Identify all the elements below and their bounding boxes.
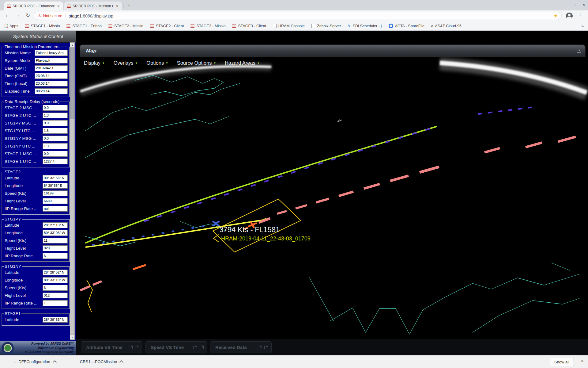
section-legend: Data Receipt Delay (seconds) xyxy=(4,99,60,104)
bookmark-item-stage2-missio[interactable]: STAGE2 - Missio xyxy=(108,24,143,28)
field-value[interactable]: 1.3 xyxy=(43,143,68,149)
field-label: STAGE 1 UTC ... xyxy=(5,159,43,164)
field-value[interactable]: 28° 27' 13" N xyxy=(43,222,68,228)
bookmark-item-sdi-scheduler[interactable]: ✎SDI Scheduler - | xyxy=(348,24,382,28)
bookmark-item-acta-sharefile[interactable]: ACTA - ShareFile xyxy=(389,24,424,28)
download-item-crs1-pocmission[interactable]: CRS1....POCMission xyxy=(80,359,123,364)
bottom-panel-strip: Altitude VS TimeSpeed VS TimeReceived Da… xyxy=(76,339,588,355)
chevron-up-icon[interactable] xyxy=(119,360,123,364)
menu-source-options[interactable]: Source Options▾ xyxy=(177,60,216,66)
tab-enhanced-display[interactable]: SPIDER POC - Enhanced Sp × xyxy=(4,2,63,10)
bookmark-item-zabbix-server[interactable]: Zabbix-Server xyxy=(311,24,341,28)
field-value[interactable]: 8° 39' 58" E xyxy=(43,183,68,189)
field-value[interactable]: 16199 xyxy=(43,190,68,196)
field-value[interactable]: null xyxy=(43,206,68,212)
spider-icon xyxy=(66,24,70,28)
field-row-speed-kts: Speed (Kts)11 xyxy=(4,237,68,244)
menu-overlays[interactable]: Overlays▾ xyxy=(114,60,138,66)
panel-received-data[interactable]: Received Data xyxy=(210,341,272,353)
field-value[interactable]: 6639 xyxy=(43,198,68,204)
chevron-up-icon[interactable] xyxy=(53,360,57,364)
field-value[interactable]: 28° 39' 33" N xyxy=(43,317,68,323)
stg1ny-x-marker[interactable] xyxy=(213,221,219,226)
field-value[interactable]: 00° 32' 56" N xyxy=(43,175,68,181)
popout-icon[interactable] xyxy=(193,346,197,349)
field-value[interactable]: 80° 33' 03" W xyxy=(43,230,68,236)
field-value[interactable]: 1.3 xyxy=(43,128,68,134)
download-item-dfeconfiguration[interactable]: ....DFEConfiguration xyxy=(14,359,56,364)
field-value[interactable]: Falcon Heavy Ara xyxy=(35,50,68,56)
field-value[interactable]: 028 xyxy=(43,245,68,251)
scroll-up-icon[interactable]: ▲ xyxy=(70,42,75,48)
profile-avatar-icon[interactable] xyxy=(566,13,573,19)
bookmark-item-stage3-client[interactable]: STAGE3 - Client xyxy=(232,24,266,28)
panel-label: Received Data xyxy=(215,345,255,350)
field-row-longitude: Longitude80° 33' 19" W xyxy=(4,276,68,284)
address-bar[interactable]: ⚠ Not secure stage1 :8080/display.jsp ★ xyxy=(34,12,562,20)
scroll-down-icon[interactable]: ▼ xyxy=(70,335,75,340)
menu-hazard-areas[interactable]: Hazard Areas▾ xyxy=(225,60,259,66)
field-value[interactable]: 80° 33' 19" W xyxy=(43,277,68,283)
bookmark-item-stage3-missio[interactable]: STAGE3 - Missio xyxy=(190,24,225,28)
bookmark-item-apps[interactable]: Apps xyxy=(4,24,18,28)
downloads-close-icon[interactable]: × xyxy=(581,358,584,364)
spider-icon xyxy=(25,24,29,28)
field-value[interactable]: 28° 28' 52" N xyxy=(43,270,68,275)
field-value[interactable]: 0.0 xyxy=(43,120,68,126)
bookmark-item-stage2-client[interactable]: STAGE2 - Client xyxy=(150,24,184,28)
panel-altitude-vs-time[interactable]: Altitude VS Time xyxy=(81,341,142,353)
field-value[interactable]: 1.3 xyxy=(43,113,68,118)
field-value[interactable]: Playback xyxy=(35,58,68,63)
popout-icon[interactable] xyxy=(135,346,139,349)
browser-menu-kebab-icon[interactable]: ⋮ xyxy=(578,13,582,18)
menu-options[interactable]: Options▾ xyxy=(146,60,168,66)
popout-icon[interactable] xyxy=(129,346,133,349)
map-panel-title: Map xyxy=(80,48,577,54)
forward-icon[interactable]: → xyxy=(15,12,21,18)
sidebar-scrollbar[interactable]: ▲ ▼ xyxy=(70,42,75,340)
popout-icon[interactable] xyxy=(258,346,262,349)
tab-mission-control[interactable]: SPIDER POC - Mission Con × xyxy=(64,2,122,10)
field-value[interactable]: 3 xyxy=(43,285,68,291)
bookmark-item-hram-console[interactable]: HRAM Console xyxy=(273,24,305,28)
menu-display[interactable]: Display▾ xyxy=(84,60,104,66)
field-value[interactable]: 1 xyxy=(43,300,68,306)
popout-icon[interactable] xyxy=(577,49,581,53)
panel-speed-vs-time[interactable]: Speed VS Time xyxy=(145,341,207,353)
field-value[interactable]: 0.0 xyxy=(43,105,68,111)
field-value[interactable]: 00:28:14 xyxy=(35,88,68,94)
bookmark-item-stage1-enhan[interactable]: STAGE1 - Enhan xyxy=(66,24,102,28)
close-icon[interactable]: × xyxy=(582,2,585,8)
field-value[interactable]: 0.0 xyxy=(43,151,68,157)
new-tab-button[interactable]: + xyxy=(126,2,132,9)
bookmark-item-as-t-cloud-96[interactable]: AAS&T Cloud-96 xyxy=(431,24,462,28)
field-value[interactable]: 23:03:14 xyxy=(35,81,68,86)
reload-icon[interactable]: ↻ xyxy=(26,12,30,19)
tab-close-icon[interactable]: × xyxy=(115,4,119,9)
field-row-time-local: Time (Local)23:03:14 xyxy=(4,80,68,87)
tab-close-icon[interactable]: × xyxy=(56,4,61,9)
bookmarks-overflow-icon[interactable]: » xyxy=(581,24,584,29)
field-value[interactable]: 0.0 xyxy=(43,136,68,141)
hazard-area-outlines xyxy=(87,199,301,312)
scrollbar-thumb[interactable] xyxy=(70,48,75,119)
minimize-icon[interactable]: – xyxy=(563,2,565,8)
back-icon[interactable]: ← xyxy=(5,12,10,18)
map-canvas[interactable]: 3794 Kts - FL1581 HRAM-2019-04-11_22-43-… xyxy=(76,31,588,355)
popout-icon[interactable] xyxy=(264,346,268,349)
map-panel-header[interactable]: Map xyxy=(80,44,586,57)
field-value[interactable]: 012 xyxy=(43,293,68,298)
bookmark-star-icon[interactable]: ★ xyxy=(554,13,558,19)
field-value[interactable]: 2019-04-11 xyxy=(35,65,68,71)
field-value[interactable]: 11 xyxy=(43,238,68,243)
popout-icon[interactable] xyxy=(200,346,204,349)
show-all-button[interactable]: Show all xyxy=(550,358,574,366)
maximize-icon[interactable]: □ xyxy=(573,2,575,8)
bookmark-item-stage1-missio[interactable]: STAGE1 - Missio xyxy=(25,24,60,28)
field-value[interactable]: 6 xyxy=(43,253,68,259)
field-value[interactable]: 23:03:14 xyxy=(35,73,68,79)
not-secure-warning-icon[interactable]: ⚠ xyxy=(38,13,41,18)
footer-line2: Millennium Engineering xyxy=(25,346,74,350)
not-secure-label[interactable]: Not secure xyxy=(43,13,62,18)
field-value[interactable]: 1227.4 xyxy=(43,159,68,164)
